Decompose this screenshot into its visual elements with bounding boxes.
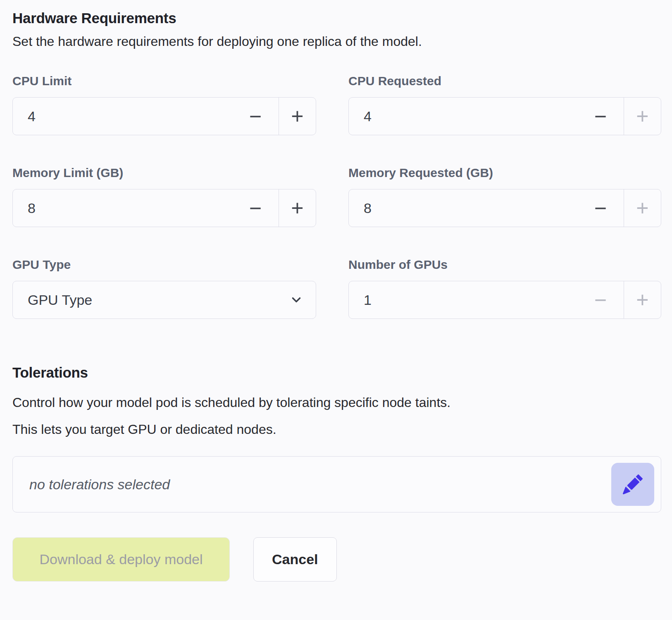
- gpu-type-select[interactable]: GPU Type: [12, 281, 316, 319]
- memory-requested-stepper: 8 − +: [348, 189, 661, 227]
- tolerations-description-line2: This lets you target GPU or dedicated no…: [12, 416, 661, 443]
- number-of-gpus-label: Number of GPUs: [348, 258, 661, 272]
- field-gpu-type: GPU Type GPU Type: [12, 258, 316, 319]
- minus-icon: −: [594, 197, 607, 219]
- minus-icon: −: [249, 105, 262, 127]
- plus-icon: +: [636, 289, 648, 311]
- cpu-limit-increment-button[interactable]: +: [279, 98, 316, 135]
- cancel-button[interactable]: Cancel: [253, 537, 337, 582]
- gpu-type-label: GPU Type: [12, 258, 316, 272]
- page-title: Hardware Requirements: [12, 10, 661, 26]
- memory-requested-input[interactable]: 8: [349, 189, 577, 227]
- number-of-gpus-decrement-button[interactable]: −: [577, 281, 624, 318]
- page-subtitle: Set the hardware requirements for deploy…: [12, 34, 661, 49]
- tolerations-title: Tolerations: [12, 364, 661, 381]
- plus-icon: +: [291, 197, 303, 219]
- minus-icon: −: [594, 289, 607, 311]
- number-of-gpus-stepper: 1 − +: [348, 281, 661, 319]
- form-actions: Download & deploy model Cancel: [12, 537, 661, 582]
- number-of-gpus-increment-button[interactable]: +: [624, 281, 661, 318]
- field-number-of-gpus: Number of GPUs 1 − +: [348, 258, 661, 319]
- memory-limit-label: Memory Limit (GB): [12, 166, 316, 180]
- memory-limit-decrement-button[interactable]: −: [232, 189, 279, 227]
- memory-limit-increment-button[interactable]: +: [279, 189, 316, 227]
- cpu-requested-increment-button[interactable]: +: [624, 98, 661, 135]
- cpu-requested-label: CPU Requested: [348, 74, 661, 88]
- cpu-limit-decrement-button[interactable]: −: [232, 98, 279, 135]
- tolerations-empty-text: no tolerations selected: [29, 476, 170, 493]
- hardware-form: CPU Limit 4 − + CPU Requested 4 − + Memo…: [12, 74, 661, 319]
- memory-requested-decrement-button[interactable]: −: [577, 189, 624, 227]
- edit-tolerations-button[interactable]: [611, 463, 654, 506]
- cpu-limit-input[interactable]: 4: [13, 98, 232, 135]
- minus-icon: −: [249, 197, 262, 219]
- field-cpu-requested: CPU Requested 4 − +: [348, 74, 661, 135]
- plus-icon: +: [636, 105, 648, 127]
- gpu-type-selected-value: GPU Type: [28, 292, 92, 308]
- plus-icon: +: [636, 197, 648, 219]
- cpu-requested-input[interactable]: 4: [349, 98, 577, 135]
- chevron-down-icon: [289, 293, 303, 307]
- download-deploy-button[interactable]: Download & deploy model: [12, 537, 230, 582]
- memory-limit-stepper: 8 − +: [12, 189, 316, 227]
- plus-icon: +: [291, 105, 303, 127]
- tolerations-description-line1: Control how your model pod is scheduled …: [12, 389, 661, 416]
- pencil-icon: [623, 474, 643, 494]
- field-cpu-limit: CPU Limit 4 − +: [12, 74, 316, 135]
- memory-limit-input[interactable]: 8: [13, 189, 232, 227]
- field-memory-limit: Memory Limit (GB) 8 − +: [12, 166, 316, 227]
- cpu-limit-stepper: 4 − +: [12, 97, 316, 135]
- memory-requested-increment-button[interactable]: +: [624, 189, 661, 227]
- field-memory-requested: Memory Requested (GB) 8 − +: [348, 166, 661, 227]
- cpu-requested-decrement-button[interactable]: −: [577, 98, 624, 135]
- cpu-limit-label: CPU Limit: [12, 74, 316, 88]
- cpu-requested-stepper: 4 − +: [348, 97, 661, 135]
- tolerations-field: no tolerations selected: [12, 456, 661, 512]
- minus-icon: −: [594, 105, 607, 127]
- memory-requested-label: Memory Requested (GB): [348, 166, 661, 180]
- number-of-gpus-input[interactable]: 1: [349, 281, 577, 318]
